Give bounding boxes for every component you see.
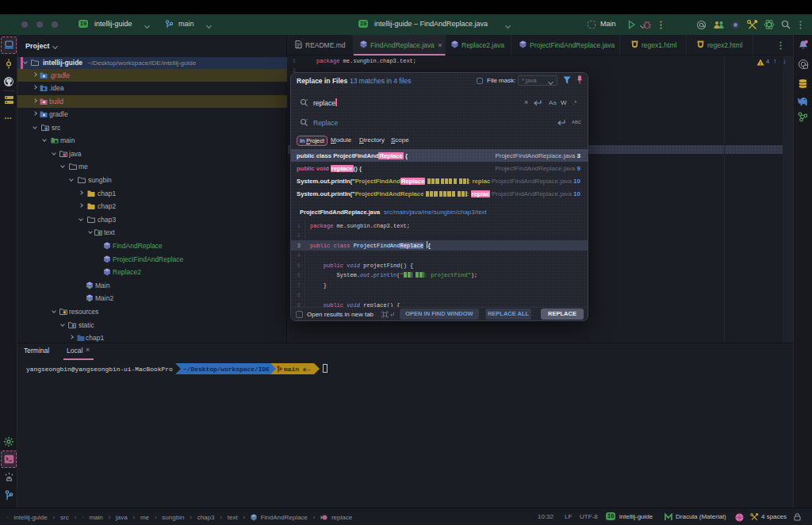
svg-text:!: ! bbox=[760, 61, 761, 66]
